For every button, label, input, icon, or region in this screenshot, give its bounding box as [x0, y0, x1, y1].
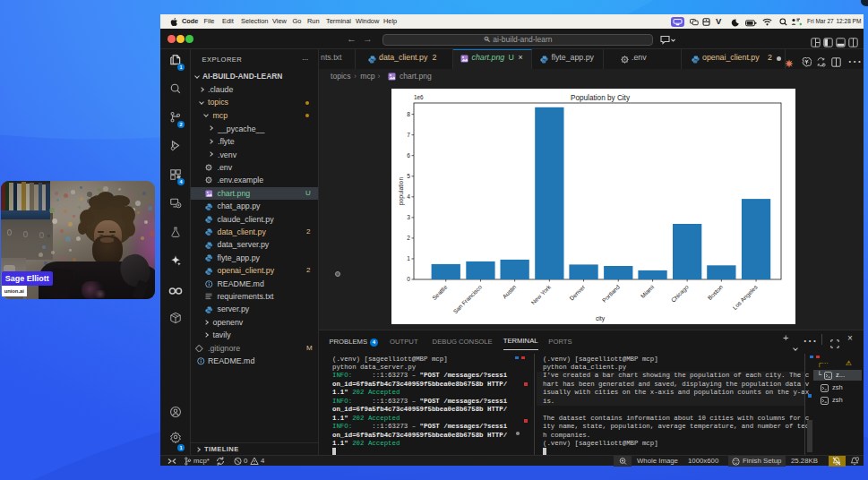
svg-text:4: 4	[407, 193, 410, 200]
svg-text:6: 6	[407, 152, 410, 159]
svg-text:7: 7	[407, 132, 410, 138]
svg-text:1e6: 1e6	[414, 94, 424, 100]
svg-text:2: 2	[407, 235, 410, 241]
svg-text:city: city	[596, 315, 606, 322]
svg-text:3: 3	[407, 214, 410, 220]
svg-text:5: 5	[407, 173, 410, 179]
svg-text:0: 0	[407, 276, 410, 282]
svg-text:population: population	[398, 177, 405, 206]
svg-text:1: 1	[407, 255, 410, 261]
svg-text:8: 8	[407, 111, 410, 117]
svg-text:Population by City: Population by City	[571, 94, 631, 102]
